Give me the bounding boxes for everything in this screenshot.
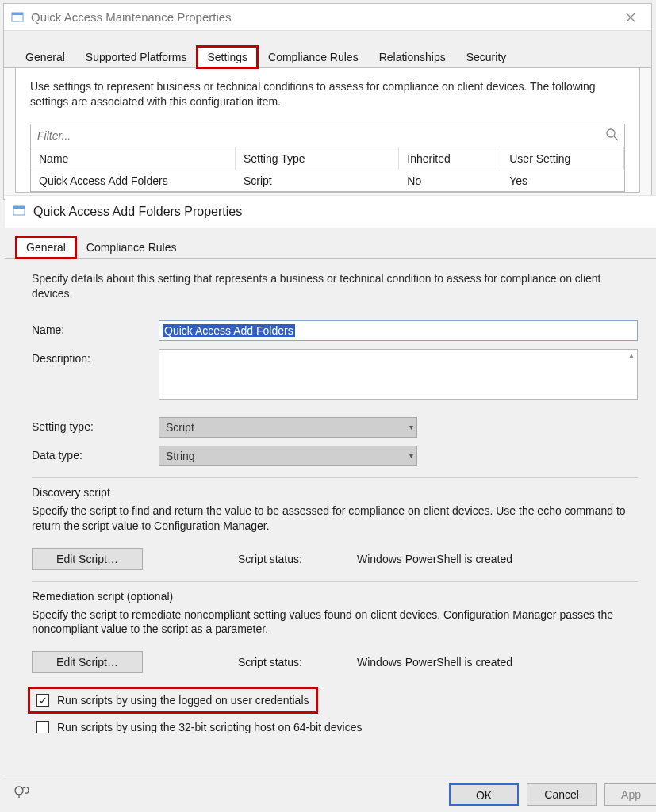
close-icon[interactable] — [616, 6, 645, 29]
discovery-status-label: Script status: — [238, 553, 357, 565]
child-tab-general[interactable]: General — [16, 236, 76, 259]
discovery-desc: Specify the script to find and return th… — [32, 504, 638, 534]
dialog-button-bar: OK Cancel App — [5, 776, 656, 812]
col-setting-type[interactable]: Setting Type — [236, 147, 399, 170]
description-field[interactable]: ▲ — [159, 349, 638, 400]
child-intro: Specify details about this setting that … — [32, 271, 638, 301]
filter-input[interactable] — [30, 124, 625, 147]
grid-row[interactable]: Quick Access Add Folders Script No Yes — [31, 170, 624, 191]
col-user-setting[interactable]: User Setting — [501, 147, 624, 170]
name-field[interactable]: Quick Access Add Folders — [159, 320, 638, 341]
settings-tab-content: Use settings to represent business or te… — [15, 68, 640, 193]
name-label: Name: — [32, 320, 159, 336]
tab-platforms[interactable]: Supported Platforms — [75, 46, 198, 68]
child-titlebar: Quick Access Add Folders Properties — [5, 196, 656, 228]
parent-window: Quick Access Maintenance Properties Gene… — [3, 3, 652, 200]
cell-inherited: No — [399, 170, 501, 191]
remediation-heading: Remediation script (optional) — [32, 590, 638, 603]
settings-intro: Use settings to represent business or te… — [30, 79, 625, 109]
setting-type-label: Setting type: — [32, 417, 159, 433]
separator — [32, 477, 638, 478]
run-as-user-label: Run scripts by using the logged on user … — [57, 694, 309, 707]
run-32bit-label: Run scripts by using the 32-bit scriptin… — [57, 721, 362, 733]
setting-type-select: Script ▾ — [159, 417, 417, 438]
child-general-content: Specify details about this setting that … — [5, 259, 656, 741]
discovery-status-value: Windows PowerShell is created — [357, 553, 638, 565]
chevron-down-icon: ▾ — [409, 451, 413, 460]
parent-title: Quick Access Maintenance Properties — [31, 10, 616, 24]
col-inherited[interactable]: Inherited — [399, 147, 501, 170]
apply-button[interactable]: App — [604, 783, 656, 806]
filter-wrap — [30, 124, 625, 147]
tab-security[interactable]: Security — [456, 46, 517, 68]
settings-grid: Name Setting Type Inherited User Setting… — [30, 147, 625, 192]
svg-rect-1 — [12, 13, 23, 15]
child-title: Quick Access Add Folders Properties — [33, 205, 242, 219]
remediation-status-value: Windows PowerShell is created — [357, 656, 638, 668]
window-icon — [10, 10, 25, 25]
svg-point-2 — [607, 129, 615, 137]
run-as-user-checkbox[interactable]: ✓ — [36, 694, 49, 707]
remediation-edit-button[interactable]: Edit Script… — [32, 651, 143, 673]
separator — [32, 581, 638, 582]
child-window: Quick Access Add Folders Properties Gene… — [5, 195, 656, 812]
cancel-button[interactable]: Cancel — [527, 783, 597, 806]
ok-button[interactable]: OK — [449, 783, 519, 806]
parent-tabstrip: General Supported Platforms Settings Com… — [4, 31, 651, 68]
child-tab-compliance[interactable]: Compliance Rules — [76, 236, 187, 259]
cell-name: Quick Access Add Folders — [31, 170, 236, 191]
remediation-desc: Specify the script to remediate noncompl… — [32, 607, 638, 638]
tab-general[interactable]: General — [15, 46, 75, 68]
tab-settings[interactable]: Settings — [197, 46, 258, 68]
name-value: Quick Access Add Folders — [163, 324, 295, 337]
remediation-status-label: Script status: — [238, 656, 357, 668]
scroll-up-icon[interactable]: ▲ — [627, 351, 635, 360]
svg-rect-4 — [13, 206, 25, 209]
data-type-value: String — [166, 450, 195, 462]
chevron-down-icon: ▾ — [409, 423, 413, 431]
discovery-heading: Discovery script — [32, 486, 638, 499]
help-icon[interactable] — [13, 783, 33, 805]
grid-header: Name Setting Type Inherited User Setting — [31, 147, 624, 170]
discovery-edit-button[interactable]: Edit Script… — [32, 548, 143, 570]
setting-type-value: Script — [166, 421, 194, 434]
cell-user-setting: Yes — [501, 170, 624, 191]
tab-relationships[interactable]: Relationships — [369, 46, 456, 68]
search-icon[interactable] — [604, 127, 620, 145]
cell-setting-type: Script — [236, 170, 399, 191]
window-icon — [13, 205, 27, 219]
tab-compliance[interactable]: Compliance Rules — [258, 46, 369, 68]
data-type-label: Data type: — [32, 446, 159, 462]
description-label: Description: — [32, 349, 159, 365]
col-name[interactable]: Name — [31, 147, 236, 170]
run-32bit-checkbox[interactable] — [36, 721, 49, 733]
data-type-select: String ▾ — [159, 446, 417, 466]
svg-point-5 — [15, 787, 23, 795]
run-as-user-highlight: ✓ Run scripts by using the logged on use… — [32, 691, 314, 710]
child-tabstrip: General Compliance Rules — [5, 228, 656, 259]
parent-titlebar: Quick Access Maintenance Properties — [4, 4, 651, 31]
